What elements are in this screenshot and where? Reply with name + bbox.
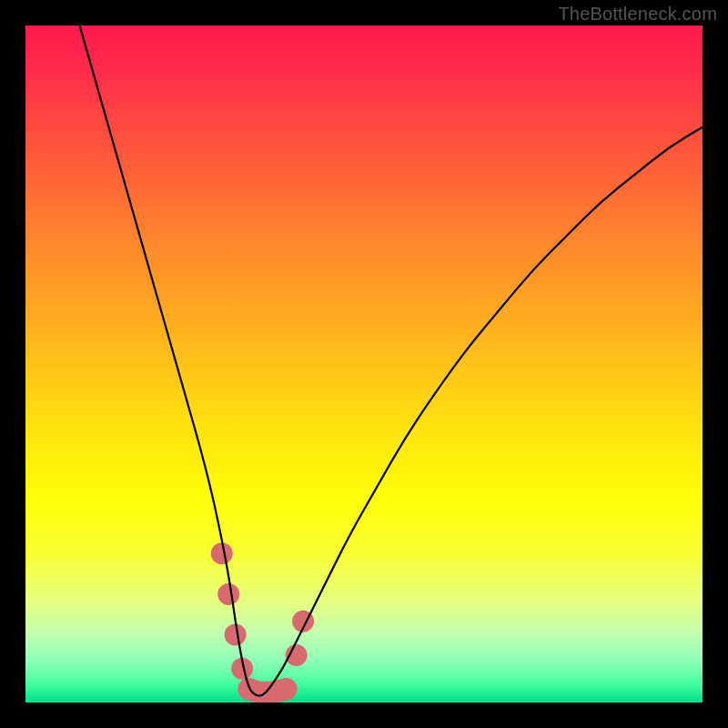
highlight-dot xyxy=(211,542,233,564)
curve-layer xyxy=(25,25,703,703)
highlight-dot xyxy=(225,624,247,646)
plot-area xyxy=(25,25,703,703)
chart-frame: TheBottleneck.com xyxy=(0,0,728,728)
watermark-text: TheBottleneck.com xyxy=(558,4,717,25)
highlight-dot xyxy=(217,583,239,605)
bottleneck-curve xyxy=(80,25,703,696)
